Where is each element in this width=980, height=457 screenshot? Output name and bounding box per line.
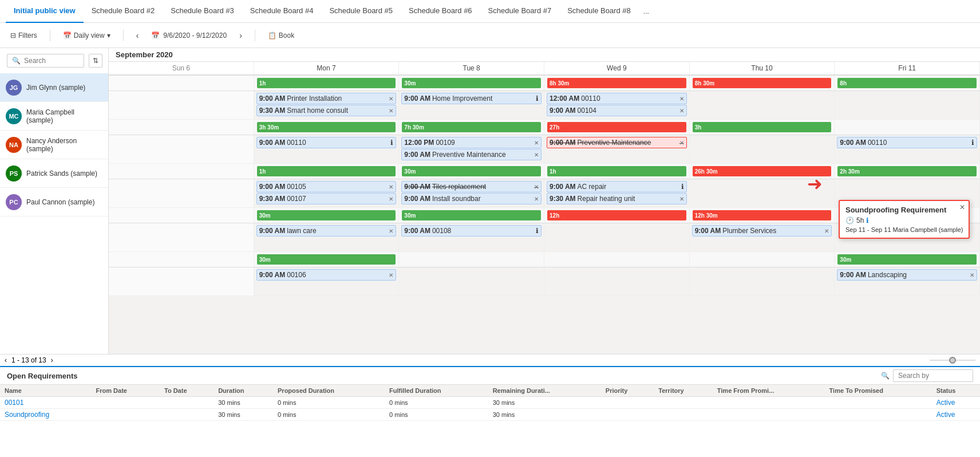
search-box[interactable]: 🔍 — [7, 54, 84, 68]
sidebar-resource-jg[interactable]: JG Jim Glynn (sample) — [0, 73, 108, 102]
tab-schedule-board-7[interactable]: Schedule Board #7 — [480, 0, 560, 23]
summary-bar: 1h — [257, 166, 396, 176]
resource-name: Maria Campbell (sample) — [26, 108, 102, 124]
event-chip[interactable]: 9:00 AMLandscaping✕ — [837, 269, 977, 281]
event-chip[interactable]: 9:30 AM00107✕ — [256, 193, 397, 204]
prev-page-button[interactable]: ‹ — [5, 356, 7, 364]
tab-schedule-board-3[interactable]: Schedule Board #3 — [163, 0, 242, 23]
event-close-button[interactable]: ✕ — [389, 272, 393, 278]
events-cell-0-4 — [690, 91, 835, 119]
table-cell[interactable]: 00101 — [0, 397, 92, 409]
day-header-thu-10: Thu 10 — [690, 62, 835, 74]
event-close-button[interactable]: ✕ — [389, 228, 393, 234]
search-input[interactable] — [24, 57, 79, 65]
events-cell-2-0 — [109, 179, 254, 207]
sidebar-resource-pc[interactable]: PC Paul Cannon (sample) — [0, 188, 108, 216]
sort-button[interactable]: ⇅ — [89, 54, 102, 68]
tab-more[interactable]: ... — [639, 7, 654, 15]
event-chip[interactable]: 9:00 AMTiles replacement✕ — [401, 181, 542, 192]
summary-cell — [109, 164, 254, 179]
filters-button[interactable]: ⊟ Filters — [7, 29, 41, 42]
event-close-button[interactable]: ✕ — [679, 96, 684, 102]
event-chip[interactable]: 9:00 AMAC repairℹ — [547, 181, 687, 192]
events-cell-3-4: 9:00 AMPlumber Services✕ — [690, 223, 835, 251]
tab-schedule-board-6[interactable]: Schedule Board #6 — [401, 0, 480, 23]
event-chip[interactable]: 9:00 AM00110ℹ — [256, 137, 397, 148]
table-cell[interactable]: Soundproofing — [0, 409, 92, 421]
scroll-indicator[interactable] — [930, 357, 975, 364]
event-chip[interactable]: 9:30 AMRepair heating unit✕ — [547, 193, 687, 204]
event-close-button[interactable]: ✕ — [534, 196, 539, 202]
table-cell — [601, 409, 654, 421]
event-chip[interactable]: 9:00 AMPlumber Services✕ — [692, 225, 832, 237]
event-close-button[interactable]: ✕ — [534, 140, 539, 146]
event-chip[interactable]: 9:00 AMHome Improvementℹ — [401, 93, 542, 104]
events-cell-1-0 — [109, 135, 254, 163]
view-selector[interactable]: 📅 Daily view ▾ — [60, 29, 114, 42]
column-header: To Date — [160, 385, 214, 397]
sidebar-resource-mc[interactable]: MC Maria Campbell (sample) — [0, 102, 108, 131]
sidebar-resource-ps[interactable]: PS Patrick Sands (sample) — [0, 159, 108, 188]
tab-schedule-board-8[interactable]: Schedule Board #8 — [559, 0, 639, 23]
name-link[interactable]: Soundproofing — [5, 411, 49, 419]
status-link[interactable]: Active — [936, 399, 955, 407]
event-chip[interactable]: 9:00 AMlawn care✕ — [256, 225, 397, 237]
event-chip[interactable]: 12:00 AM00110✕ — [547, 93, 687, 104]
event-chip[interactable]: 9:00 AM00106✕ — [256, 269, 397, 281]
event-chip[interactable]: 9:00 AMPreventive Maintenance✕ — [547, 137, 687, 148]
next-date-button[interactable]: › — [236, 30, 246, 41]
event-close-button[interactable]: ✕ — [679, 108, 684, 114]
sidebar-resources: JG Jim Glynn (sample) MC Maria Campbell … — [0, 73, 108, 216]
summary-bar: 30m — [837, 254, 977, 265]
event-close-button[interactable]: ✕ — [534, 152, 539, 158]
event-chip[interactable]: 9:00 AMPrinter Installation✕ — [256, 93, 397, 104]
calendar-icon-2: 📅 — [151, 31, 160, 40]
table-cell: 30 mins — [214, 397, 273, 409]
event-close-button[interactable]: ✕ — [534, 184, 539, 190]
tab-schedule-board-5[interactable]: Schedule Board #5 — [321, 0, 401, 23]
event-close-button[interactable]: ✕ — [389, 196, 393, 202]
next-page-button[interactable]: › — [51, 356, 53, 364]
date-range-text: 9/6/2020 - 9/12/2020 — [163, 31, 227, 40]
event-close-button[interactable]: ✕ — [970, 272, 974, 278]
events-cell-0-0 — [109, 91, 254, 119]
event-chip[interactable]: 9:00 AM00104✕ — [547, 105, 687, 116]
event-close-button[interactable]: ✕ — [824, 228, 829, 234]
bottom-search-input[interactable] — [893, 369, 973, 382]
event-close-button[interactable]: ✕ — [389, 184, 393, 190]
sidebar-resource-na[interactable]: NA Nancy Anderson (sample) — [0, 131, 108, 159]
event-chip[interactable]: 9:00 AM00108ℹ — [401, 225, 542, 237]
tab-schedule-board-4[interactable]: Schedule Board #4 — [242, 0, 322, 23]
event-close-button[interactable]: ✕ — [679, 140, 684, 146]
popup-close-button[interactable]: ✕ — [959, 203, 965, 211]
status-link[interactable]: Active — [936, 411, 955, 419]
tab-initial-public-view[interactable]: Initial public view — [6, 0, 84, 23]
event-time: 9:00 AM — [259, 139, 286, 147]
column-header: Fulfilled Duration — [385, 385, 488, 397]
events-cell-4-0 — [109, 267, 254, 296]
event-chip[interactable]: 9:00 AM00105✕ — [256, 181, 397, 192]
event-info-icon: ℹ — [536, 227, 539, 235]
summary-cell: 30m — [399, 208, 544, 223]
event-close-button[interactable]: ✕ — [389, 108, 393, 114]
event-chip[interactable]: 9:30 AMSmart home consult✕ — [256, 105, 397, 116]
event-chip[interactable]: 9:00 AMPreventive Maintenance✕ — [401, 149, 542, 160]
summary-cell: 30m — [835, 252, 980, 267]
table-cell[interactable]: Active — [932, 397, 980, 409]
event-chip[interactable]: 12:00 PM00109✕ — [401, 137, 542, 148]
name-link[interactable]: 00101 — [5, 399, 23, 407]
event-title: 00104 — [578, 107, 596, 115]
book-button[interactable]: 📋 Book — [264, 29, 298, 42]
summary-cell: 3h 30m — [254, 120, 400, 135]
summary-row-0: 1h30m8h 30m8h 30m8h — [109, 76, 980, 91]
table-cell[interactable]: Active — [932, 409, 980, 421]
event-chip[interactable]: 9:00 AMInstall soundbar✕ — [401, 193, 542, 204]
prev-date-button[interactable]: ‹ — [133, 30, 143, 41]
column-header: Name — [0, 385, 92, 397]
tab-schedule-board-2[interactable]: Schedule Board #2 — [84, 0, 163, 23]
summary-bar: 3h 30m — [257, 122, 396, 132]
event-close-button[interactable]: ✕ — [679, 196, 684, 202]
event-chip[interactable]: 9:00 AM00110ℹ — [837, 137, 977, 148]
event-close-button[interactable]: ✕ — [389, 96, 393, 102]
summary-cell — [690, 252, 835, 267]
